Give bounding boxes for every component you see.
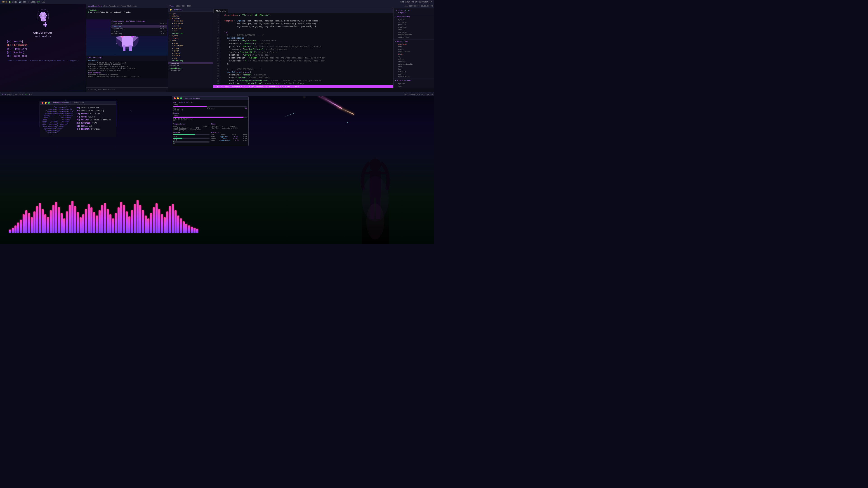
outline-dotfilesdir[interactable]: dotfilesDir: [397, 51, 433, 53]
tree-app[interactable]: ▸ app: [171, 42, 213, 44]
editor-mode: Producer.p/LibrePhoenix.p: [256, 86, 283, 88]
file-row-install-org[interactable]: install.org 10.5 K: [112, 28, 166, 30]
tree-worklab[interactable]: ▸ worklab: [171, 27, 213, 30]
viz-bar: [88, 204, 90, 233]
tree-shell[interactable]: ▸ shell: [171, 52, 213, 55]
svg-point-15: [370, 159, 381, 171]
outline-fontpkg[interactable]: fontPkg: [397, 70, 433, 73]
cpu-label: 100%|: [174, 104, 247, 105]
file-row-license[interactable]: LICENSE 34.2 K: [112, 30, 166, 33]
tree-pkgs[interactable]: ▸ pkgs: [171, 50, 213, 52]
tree-themes[interactable]: ▸ themes: [168, 37, 213, 39]
code-line: # ----- USER SETTINGS ----- #: [222, 68, 392, 71]
outline-spawnedit[interactable]: spawnEditor: [397, 75, 433, 78]
outline-wmtype[interactable]: wmType: [397, 58, 433, 60]
outline-browser[interactable]: browser: [397, 60, 433, 63]
outline-term[interactable]: term: [397, 65, 433, 68]
svg-rect-11: [129, 45, 132, 51]
code-line: [222, 17, 392, 20]
proc-row-1: 2520 Hyprland 0.3% 0.4%: [211, 136, 247, 138]
file-row-nix[interactable]: flake.nix 2.26 K: [112, 25, 166, 28]
outline-timezone[interactable]: timezone: [397, 26, 433, 29]
outline-description[interactable]: ▸ description: [395, 9, 433, 11]
outline-name[interactable]: name: [397, 45, 433, 48]
outline-nixpkgs-system[interactable]: system: [397, 82, 433, 85]
editor-lang: ✦ Nix: [285, 86, 290, 88]
outline-system[interactable]: system: [397, 19, 433, 21]
code-line: email = "emmet@librePhoenix.com"; # emai…: [222, 79, 392, 83]
tree-personal[interactable]: ▸ personal: [171, 22, 213, 25]
tree-installsh[interactable]: install.sh: [168, 69, 213, 72]
tree-installorg[interactable]: install.org: [168, 67, 213, 69]
tree-profiles[interactable]: ▾ profiles: [168, 17, 213, 20]
outline-wm[interactable]: wm: [397, 55, 433, 58]
outline-bootmount[interactable]: bootMountPath: [397, 33, 433, 36]
tree-patches[interactable]: ▸ patches: [168, 15, 213, 17]
tree-readme-user[interactable]: README.org: [171, 59, 213, 62]
tree-wm[interactable]: ▸ wm: [171, 57, 213, 59]
sysmon-max[interactable]: [180, 97, 182, 99]
viz-bar: [66, 212, 68, 233]
viz-bar: [123, 205, 125, 233]
sysmon-min[interactable]: [177, 97, 179, 99]
nav-quickmarks[interactable]: [b] [Quickmarks]: [7, 44, 79, 47]
outline-nixpkgs-name[interactable]: name: [397, 85, 433, 87]
tree-flakenix[interactable]: flake.nix: [168, 62, 213, 64]
tree-hardensh[interactable]: harden.sh: [168, 64, 213, 67]
outline-font[interactable]: font: [397, 68, 433, 70]
outline-bootmode[interactable]: bootMode: [397, 31, 433, 33]
tree-system[interactable]: ▸ system: [168, 35, 213, 37]
tab-flakenix[interactable]: flake.nix: [213, 9, 228, 13]
editor-branch: ⎇ main: [292, 86, 300, 88]
file-detail-panel: /home/emmet/.dotfiles/flake.nix flake.lo…: [111, 20, 167, 36]
outline-nixpkgs-src[interactable]: src: [397, 87, 433, 88]
cpu-title: CPU ~ 1.53 1.14 0.78: [174, 101, 247, 103]
max-dot[interactable]: [48, 102, 50, 104]
nav-newtab[interactable]: [t] [New tab]: [7, 51, 79, 54]
temp-row-1: card0 (amdgpu): edge 49°C: [174, 127, 210, 129]
viz-bar: [55, 202, 57, 233]
outline-theme[interactable]: theme: [397, 53, 433, 55]
nav-history[interactable]: [$ h] [History]: [7, 47, 79, 51]
code-content[interactable]: description = "Flake of LibrePhoenix"; o…: [220, 13, 393, 85]
file-row-readme[interactable]: README.org 9.5 K: [112, 33, 166, 35]
tree-hardware[interactable]: ▸ hardware: [171, 44, 213, 47]
tree-wsl[interactable]: ▸ wsl: [171, 30, 213, 32]
status-items: 2S: [37, 1, 40, 3]
editor-topbar: Tech 100% 20% 100% Sat 2024-03-09 05:06:…: [168, 4, 434, 8]
character-area: [352, 149, 398, 244]
tree-work[interactable]: ▸ work: [171, 25, 213, 27]
outline-defaultroam[interactable]: defaultRoamDir: [397, 63, 433, 65]
sysmon-close[interactable]: [174, 97, 176, 99]
tree-lang[interactable]: ▸ lang: [171, 47, 213, 50]
code-line: profile = "personal"; # select a profile…: [222, 45, 392, 48]
viz-bar: [145, 216, 147, 233]
tree-user[interactable]: ▾ user: [168, 39, 213, 42]
status-bar-top: Tech 🔋 100% 🔊 20% ☀ 100% 2S 10S Sat 2024…: [0, 0, 434, 4]
close-dot[interactable]: [41, 102, 43, 104]
tree-git[interactable]: ▸ .git: [168, 12, 213, 15]
screen: Tech 🔋 100% 🔊 20% ☀ 100% 2S 10S Sat 2024…: [0, 0, 434, 244]
file-row-lock[interactable]: flake.lock 27.5 K: [112, 23, 166, 25]
outline-grubdevice[interactable]: grubDevice: [397, 36, 433, 38]
neofetch-header: emmet@snowfire: ~ distfetch: [40, 101, 116, 105]
outline-outputs[interactable]: ▸ outputs: [395, 11, 433, 14]
tree-readme-profiles[interactable]: README.org: [171, 32, 213, 35]
outline-editor[interactable]: editor: [397, 73, 433, 75]
code-line: grubDevice = ""; # device identifier for…: [222, 60, 392, 63]
nf-os: OS: nixos 24.05 (uakari): [76, 109, 111, 113]
svg-point-22: [366, 203, 384, 239]
nav-search[interactable]: [o] [Search]: [7, 40, 79, 43]
audio-visualizer: [7, 190, 174, 235]
tree-style[interactable]: ▸ style: [171, 55, 213, 57]
outline-profile[interactable]: profile: [397, 24, 433, 26]
viz-bar: [126, 212, 128, 233]
outline-username[interactable]: username: [397, 43, 433, 45]
tree-homelab[interactable]: ▸ home lab: [171, 20, 213, 22]
nav-closetab[interactable]: [x] [Close tab]: [7, 55, 79, 58]
outline-hostname[interactable]: hostname: [397, 21, 433, 24]
outline-locale[interactable]: locale: [397, 29, 433, 31]
outline-panel: ▸ description ▸ outputs ▾ systemSettings…: [393, 8, 434, 88]
min-dot[interactable]: [45, 102, 46, 104]
outline-email[interactable]: email: [397, 48, 433, 51]
